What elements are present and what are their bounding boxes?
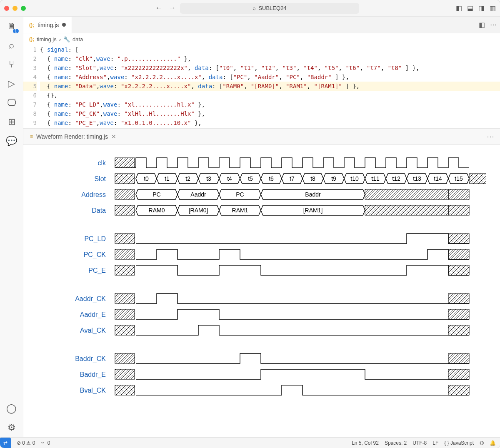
problems-status[interactable]: ⊘ 0 ⚠ 0	[17, 440, 35, 446]
remote-explorer-icon[interactable]: 🖵	[7, 97, 16, 108]
remote-indicator[interactable]: ⇄	[0, 438, 11, 448]
waveform-pane-tabs: ≡ Waveform Render: timing.js ✕ ⋯	[23, 128, 500, 145]
close-window[interactable]	[4, 6, 9, 11]
wave-row-address: AddressPCAaddrPCBaddr	[23, 187, 492, 203]
ports-status[interactable]: ᯤ 0	[41, 440, 50, 446]
accounts-icon[interactable]: ◯	[6, 403, 17, 414]
svg-text:PC: PC	[152, 191, 160, 198]
svg-rect-38	[448, 265, 469, 275]
code-editor[interactable]: 123456789 { signal: [ { name: "clk",wave…	[23, 45, 500, 128]
nav-back-icon[interactable]: ←	[155, 4, 162, 12]
svg-rect-36	[448, 249, 469, 259]
breadcrumb-symbol: data	[72, 36, 83, 42]
wave-row-pc-ld: PC_LD	[23, 231, 492, 247]
wave-row-aval-ck: Aval_CK	[23, 323, 492, 338]
extensions-icon[interactable]: ⊞	[8, 117, 15, 127]
dirty-indicator	[62, 23, 66, 27]
wave-label: Baddr_CK	[23, 355, 111, 363]
svg-rect-47	[115, 369, 135, 379]
wave-row-aaddr-ck: Aaddr_CK	[23, 291, 492, 307]
run-debug-icon[interactable]: ▷	[8, 78, 15, 89]
svg-rect-45	[115, 353, 135, 363]
svg-rect-43	[115, 325, 135, 335]
svg-rect-40	[448, 294, 469, 304]
layout-secondary-sidebar-icon[interactable]: ◨	[478, 4, 485, 12]
wave-row-slot: Slott0t1t2t3t4t5t6t7t8t9t10t11t12t13t14t…	[23, 171, 492, 187]
svg-rect-33	[115, 234, 135, 244]
js-file-icon: ();	[29, 36, 34, 42]
wave-label: Slot	[23, 175, 111, 183]
tab-label: timing.js	[38, 22, 59, 28]
svg-text:RAM0: RAM0	[149, 207, 165, 214]
wrench-icon: 🔧	[63, 36, 70, 42]
svg-text:t4: t4	[227, 175, 232, 182]
wave-label: Baddr_E	[23, 371, 111, 378]
tab-timing-js[interactable]: (); timing.js	[23, 17, 72, 33]
zoom-window[interactable]	[21, 6, 26, 11]
svg-text:t3: t3	[206, 175, 211, 182]
more-actions-icon[interactable]: ⋯	[487, 132, 498, 141]
command-center[interactable]: ⌕ SUBLEQ24	[180, 3, 359, 14]
svg-text:RAM1: RAM1	[232, 207, 248, 214]
encoding-status[interactable]: UTF-8	[412, 440, 427, 446]
svg-text:t10: t10	[350, 175, 359, 182]
nav-forward-icon[interactable]: →	[168, 4, 176, 12]
svg-text:t14: t14	[434, 175, 442, 182]
wave-label: Aaddr_E	[23, 311, 111, 319]
notifications-icon[interactable]: 🔔	[490, 440, 496, 446]
copilot-icon[interactable]: ⌬	[480, 440, 484, 446]
wave-row-aaddr-e: Aaddr_E	[23, 307, 492, 323]
svg-rect-44	[448, 325, 469, 335]
wave-label: PC_LD	[23, 235, 111, 243]
svg-rect-1	[115, 174, 135, 184]
svg-text:Aaddr: Aaddr	[190, 191, 206, 198]
close-tab-icon[interactable]: ✕	[111, 133, 116, 140]
titlebar: ← → ⌕ SUBLEQ24 ◧ ⬓ ◨ ▥	[0, 0, 500, 17]
wave-label: Bval_CK	[23, 387, 111, 394]
svg-rect-49	[115, 385, 135, 395]
svg-text:t0: t0	[144, 175, 149, 182]
source-control-icon[interactable]: ⑂	[9, 59, 14, 70]
wave-row-pc-e: PC_E	[23, 263, 492, 279]
svg-rect-25	[448, 189, 469, 199]
waveform-viewer[interactable]: clkSlott0t1t2t3t4t5t6t7t8t9t10t11t12t13t…	[23, 145, 500, 437]
breadcrumb[interactable]: (); timing.js › 🔧 data	[23, 33, 500, 45]
svg-text:t15: t15	[455, 175, 463, 182]
explorer-icon[interactable]: 🗎	[7, 21, 16, 32]
wave-label: Address	[23, 191, 111, 199]
minimize-window[interactable]	[12, 6, 18, 11]
preview-icon: ≡	[30, 134, 33, 139]
svg-rect-34	[448, 234, 469, 244]
wave-row-clk: clk	[23, 155, 492, 171]
language-mode[interactable]: { } JavaScript	[444, 440, 474, 446]
window-controls	[4, 6, 26, 11]
svg-text:[RAM1]: [RAM1]	[303, 207, 323, 214]
customize-layout-icon[interactable]: ▥	[490, 4, 496, 12]
svg-rect-35	[115, 249, 135, 259]
svg-text:t13: t13	[413, 175, 421, 182]
svg-text:[RAM0]: [RAM0]	[189, 207, 208, 214]
svg-text:Baddr: Baddr	[305, 191, 321, 198]
svg-text:t11: t11	[371, 175, 380, 182]
svg-rect-32	[448, 205, 469, 215]
settings-gear-icon[interactable]: ⚙	[8, 422, 16, 433]
svg-rect-39	[115, 294, 135, 304]
wave-label: Aaddr_CK	[23, 295, 111, 303]
chat-icon[interactable]: 💬	[6, 136, 17, 147]
svg-text:t12: t12	[392, 175, 400, 182]
svg-rect-41	[115, 309, 135, 319]
eol-status[interactable]: LF	[432, 440, 438, 446]
svg-text:t9: t9	[331, 175, 336, 182]
cursor-position[interactable]: Ln 5, Col 92	[352, 440, 379, 446]
svg-rect-48	[448, 369, 469, 379]
indent-status[interactable]: Spaces: 2	[385, 440, 407, 446]
layout-panel-icon[interactable]: ⬓	[467, 4, 473, 12]
tab-waveform-render[interactable]: ≡ Waveform Render: timing.js ✕	[26, 133, 120, 140]
wave-label: PC_E	[23, 267, 111, 274]
svg-text:t2: t2	[185, 175, 190, 182]
split-editor-icon[interactable]: ◧	[479, 21, 485, 29]
more-actions-icon[interactable]: ⋯	[490, 21, 497, 29]
layout-primary-sidebar-icon[interactable]: ◧	[456, 4, 462, 12]
search-sidebar-icon[interactable]: ⌕	[9, 40, 14, 51]
wave-label: PC_CK	[23, 251, 111, 259]
